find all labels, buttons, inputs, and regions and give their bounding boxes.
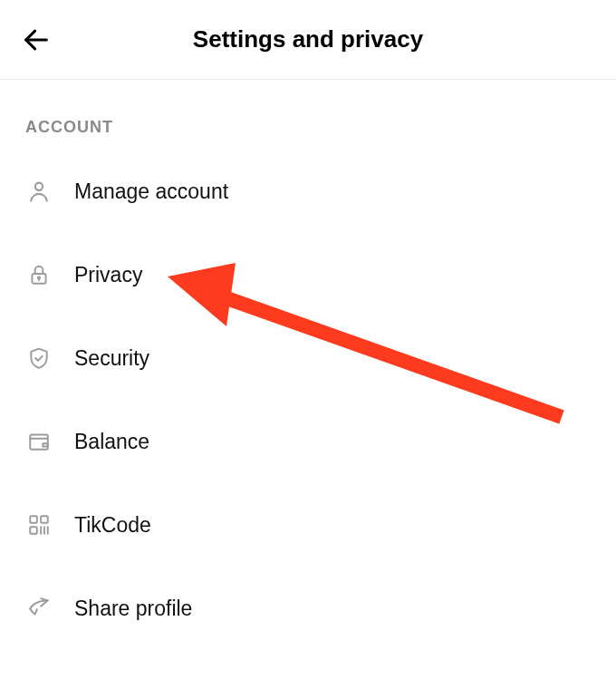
menu-item-label: Balance: [74, 430, 149, 454]
sidebar-item-privacy[interactable]: Privacy: [25, 233, 591, 316]
menu-item-label: Privacy: [74, 263, 142, 287]
sidebar-item-security[interactable]: Security: [25, 316, 591, 400]
menu-item-label: Share profile: [74, 597, 192, 621]
back-arrow-icon: [21, 24, 52, 55]
lock-icon: [25, 261, 53, 288]
svg-point-1: [35, 183, 43, 190]
menu-item-label: TikCode: [74, 513, 151, 538]
svg-rect-8: [30, 527, 37, 534]
section-header-account: ACCOUNT: [25, 118, 591, 137]
sidebar-item-manage-account[interactable]: Manage account: [25, 150, 591, 233]
page-header: Settings and privacy: [0, 0, 616, 80]
sidebar-item-tikcode[interactable]: TikCode: [25, 483, 591, 567]
back-button[interactable]: [18, 22, 54, 58]
wallet-icon: [25, 428, 53, 455]
menu-item-label: Manage account: [74, 180, 228, 204]
page-title: Settings and privacy: [193, 25, 423, 53]
shield-icon: [25, 344, 53, 372]
sidebar-item-share-profile[interactable]: Share profile: [25, 567, 591, 650]
svg-rect-7: [41, 516, 48, 523]
settings-content: ACCOUNT Manage account Privacy: [0, 118, 616, 650]
menu-item-label: Security: [74, 346, 149, 371]
qrcode-icon: [25, 511, 53, 539]
person-icon: [25, 178, 53, 205]
sidebar-item-balance[interactable]: Balance: [25, 400, 591, 483]
share-icon: [25, 595, 53, 622]
svg-rect-6: [30, 516, 37, 523]
